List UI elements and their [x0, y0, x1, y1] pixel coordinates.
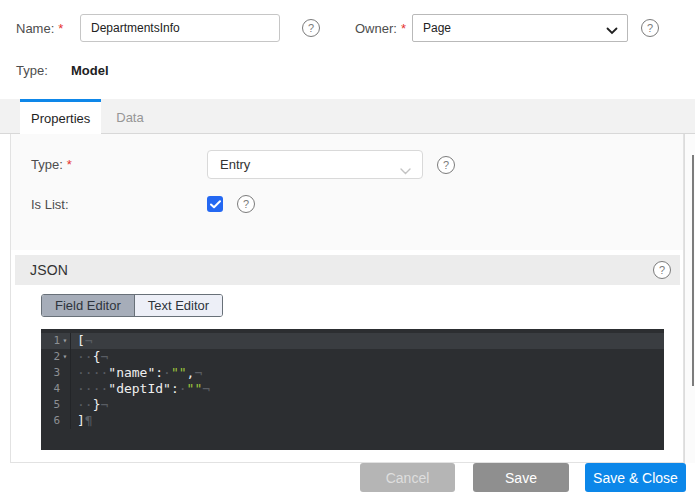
- code-line: 5··}¬: [41, 397, 664, 413]
- fold-caret-icon[interactable]: ▾: [60, 349, 70, 365]
- type-field-row: Type: * Entry ?: [31, 150, 683, 179]
- name-label: Name: *: [16, 21, 80, 36]
- owner-required-asterisk: *: [401, 21, 406, 36]
- type-static-value: Model: [71, 63, 109, 78]
- code-line: 4····"deptId":·""¬: [41, 381, 664, 397]
- type-dropdown-value: Entry: [220, 157, 250, 172]
- top-form: Name: * ? Owner: * Page ? Type: Mod: [0, 0, 695, 99]
- type-static-label: Type:: [16, 63, 71, 78]
- owner-select-wrap: Page: [412, 14, 628, 42]
- owner-select[interactable]: Page: [412, 14, 628, 42]
- code-text: ····"name":·"",¬: [71, 365, 202, 381]
- fold-caret-icon[interactable]: ▾: [60, 333, 70, 349]
- text-editor-toggle[interactable]: Text Editor: [134, 295, 222, 316]
- owner-label: Owner: *: [355, 21, 412, 36]
- line-number: 6: [41, 413, 71, 429]
- vertical-scrollbar[interactable]: [684, 134, 695, 463]
- name-label-text: Name:: [16, 21, 54, 36]
- code-line: 2▾··{¬: [41, 349, 664, 365]
- type-dropdown[interactable]: Entry: [207, 150, 423, 179]
- name-input[interactable]: [80, 14, 280, 42]
- properties-panel: Type: * Entry ? Is List: ?: [11, 134, 683, 250]
- field-editor-toggle[interactable]: Field Editor: [42, 295, 134, 316]
- line-number: 2▾: [41, 349, 71, 365]
- is-list-row: Is List: ?: [31, 195, 683, 213]
- is-list-label: Is List:: [31, 197, 207, 212]
- line-number: 3: [41, 365, 71, 381]
- code-text: [¬: [71, 333, 93, 349]
- line-number: 1▾: [41, 333, 71, 349]
- code-line: 3····"name":·"",¬: [41, 365, 664, 381]
- model-editor-dialog: Name: * ? Owner: * Page ? Type: Mod: [0, 0, 695, 504]
- owner-select-value: Page: [423, 21, 451, 35]
- type-field-label: Type: *: [31, 157, 207, 172]
- json-section-title: JSON: [30, 262, 653, 278]
- code-text: ··{¬: [71, 349, 108, 365]
- type-static-row: Type: Model: [16, 63, 109, 78]
- json-help-icon[interactable]: ?: [653, 261, 671, 279]
- type-help-icon[interactable]: ?: [437, 156, 455, 174]
- scrollbar-thumb[interactable]: [692, 155, 694, 386]
- line-number: 4: [41, 381, 71, 397]
- save-close-button[interactable]: Save & Close: [585, 463, 686, 492]
- name-help-icon[interactable]: ?: [302, 19, 320, 37]
- is-list-help-icon[interactable]: ?: [237, 195, 255, 213]
- save-button[interactable]: Save: [473, 463, 569, 492]
- owner-help-icon[interactable]: ?: [641, 19, 659, 37]
- is-list-label-text: Is List:: [31, 197, 69, 212]
- name-required-asterisk: *: [58, 21, 63, 36]
- code-text: ··}¬: [71, 397, 108, 413]
- type-field-label-text: Type:: [31, 157, 63, 172]
- check-icon: [210, 200, 221, 209]
- name-owner-row: Name: * ? Owner: * Page ?: [0, 14, 695, 42]
- tab-strip: Properties Data: [0, 99, 695, 134]
- editor-mode-toggle: Field Editor Text Editor: [41, 294, 223, 317]
- chevron-down-icon: [400, 163, 411, 178]
- tab-properties[interactable]: Properties: [20, 99, 101, 134]
- code-text: ]¶: [71, 413, 93, 429]
- owner-label-text: Owner:: [355, 21, 397, 36]
- code-text: ····"deptId":·""¬: [71, 381, 210, 397]
- code-line: 1▾[¬: [41, 333, 664, 349]
- cancel-button[interactable]: Cancel: [360, 463, 455, 492]
- json-code-editor[interactable]: 1▾[¬2▾··{¬3····"name":·"",¬4····"deptId"…: [41, 329, 664, 450]
- json-section-header: JSON ?: [15, 255, 680, 285]
- tab-content-panel: Type: * Entry ? Is List: ?: [10, 134, 684, 463]
- is-list-checkbox[interactable]: [207, 196, 223, 212]
- line-number: 5: [41, 397, 71, 413]
- chevron-down-icon: [606, 24, 618, 38]
- tab-data[interactable]: Data: [101, 99, 158, 133]
- footer-actions: Cancel Save Save & Close: [360, 463, 686, 492]
- code-line: 6]¶: [41, 413, 664, 429]
- type-required-asterisk: *: [67, 157, 72, 172]
